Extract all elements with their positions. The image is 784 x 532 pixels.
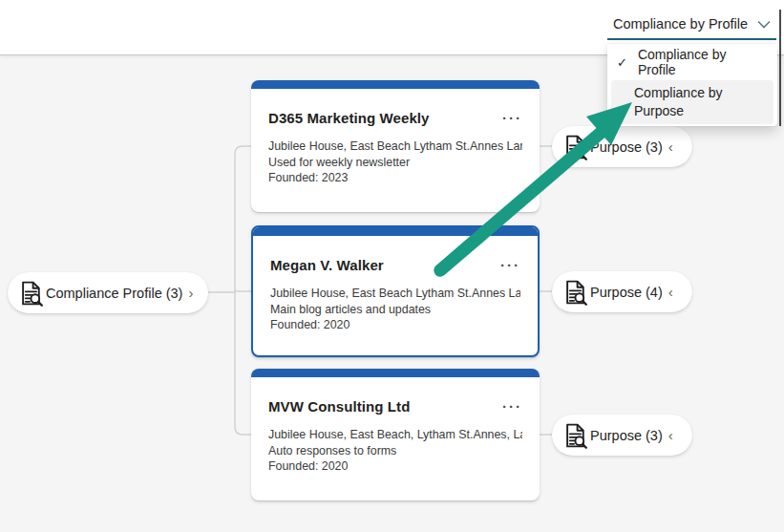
card-title: D365 Marketing Weekly	[268, 110, 430, 126]
card-description: Used for weekly newsletter	[268, 155, 522, 171]
document-search-icon	[562, 133, 588, 161]
checkmark-icon: ✓	[617, 55, 638, 70]
card-accent-bar	[253, 227, 538, 236]
purpose-node-label: Purpose (4)	[590, 285, 663, 300]
document-search-icon	[562, 421, 588, 450]
entity-card-d365-marketing-weekly[interactable]: D365 Marketing Weekly ··· Jubilee House,…	[251, 80, 540, 212]
card-address: Jubilee House, East Beach, Lytham St.Ann…	[268, 427, 522, 443]
more-options-icon[interactable]: ···	[502, 402, 522, 412]
card-title: MVW Consulting Ltd	[268, 398, 410, 415]
card-founded: Founded: 2020	[268, 458, 522, 475]
root-node-compliance-profile[interactable]: Compliance Profile (3) ›	[8, 272, 208, 313]
root-node-label: Compliance Profile (3)	[46, 286, 182, 301]
card-address: Jubilee House, East Beach Lytham St.Anne…	[268, 138, 522, 155]
purpose-node-label: Purpose (3)	[590, 428, 663, 443]
purpose-node-1[interactable]: Purpose (3) ‹	[552, 126, 692, 167]
more-options-icon[interactable]: ···	[500, 261, 520, 270]
card-accent-bar	[251, 80, 540, 89]
chevron-left-icon: ‹	[668, 427, 673, 443]
menu-item-compliance-by-purpose[interactable]: Compliance by Purpose	[611, 80, 773, 124]
chevron-right-icon: ›	[188, 285, 193, 301]
card-founded: Founded: 2020	[270, 317, 520, 333]
chevron-left-icon: ‹	[668, 138, 673, 155]
card-description: Main blog articles and updates	[270, 302, 520, 318]
card-description: Auto responses to forms	[268, 443, 522, 459]
more-options-icon[interactable]: ···	[502, 114, 522, 123]
purpose-node-label: Purpose (3)	[590, 139, 663, 155]
chevron-left-icon: ‹	[668, 284, 673, 300]
card-address: Jubilee House, East Beach Lytham St.Anne…	[270, 286, 520, 302]
card-details: Jubilee House, East Beach Lytham St.Anne…	[268, 138, 522, 186]
view-selector-menu: ✓ Compliance by Profile Compliance by Pu…	[607, 44, 777, 126]
card-title: Megan V. Walker	[270, 257, 384, 273]
menu-item-compliance-by-profile[interactable]: ✓ Compliance by Profile	[611, 50, 773, 74]
document-search-icon	[562, 278, 588, 307]
card-details: Jubilee House, East Beach Lytham St.Anne…	[270, 286, 520, 333]
card-details: Jubilee House, East Beach, Lytham St.Ann…	[268, 427, 522, 475]
purpose-node-2[interactable]: Purpose (4) ‹	[552, 271, 692, 312]
purpose-node-3[interactable]: Purpose (3) ‹	[552, 415, 692, 456]
card-founded: Founded: 2023	[268, 170, 522, 186]
entity-card-mvw-consulting-ltd[interactable]: MVW Consulting Ltd ··· Jubilee House, Ea…	[251, 369, 540, 500]
card-accent-bar	[251, 369, 540, 377]
org-chart-canvas: Compliance by Profile ✓ Compliance by Pr…	[0, 0, 784, 532]
entity-card-megan-v-walker[interactable]: Megan V. Walker ··· Jubilee House, East …	[251, 225, 540, 357]
document-search-icon	[17, 279, 44, 308]
